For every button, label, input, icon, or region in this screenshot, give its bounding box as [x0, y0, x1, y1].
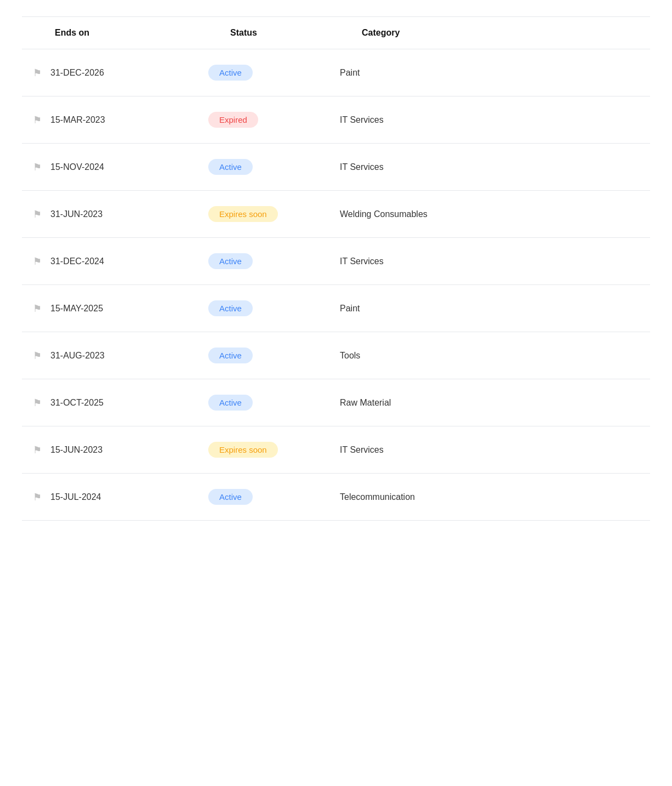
status-cell: Active	[208, 159, 340, 175]
table-row[interactable]: ⚑ 15-NOV-2024 Active IT Services	[22, 144, 650, 191]
date-text: 15-MAR-2023	[50, 115, 105, 125]
flag-icon: ⚑	[33, 67, 42, 79]
flag-icon: ⚑	[33, 444, 42, 456]
ends-on-cell: ⚑ 31-OCT-2025	[33, 397, 208, 409]
status-cell: Active	[208, 395, 340, 411]
status-cell: Active	[208, 65, 340, 81]
status-cell: Active	[208, 300, 340, 316]
table-row[interactable]: ⚑ 31-JUN-2023 Expires soon Welding Consu…	[22, 191, 650, 238]
table-row[interactable]: ⚑ 15-JUL-2024 Active Telecommunication	[22, 474, 650, 521]
table-row[interactable]: ⚑ 31-DEC-2026 Active Paint	[22, 49, 650, 96]
category-text: Raw Material	[340, 398, 639, 408]
header-status: Status	[230, 28, 362, 38]
status-badge: Expires soon	[208, 206, 278, 222]
ends-on-cell: ⚑ 31-AUG-2023	[33, 350, 208, 362]
ends-on-cell: ⚑ 15-JUN-2023	[33, 444, 208, 456]
flag-icon: ⚑	[33, 491, 42, 503]
status-cell: Active	[208, 253, 340, 269]
table-row[interactable]: ⚑ 15-MAY-2025 Active Paint	[22, 285, 650, 332]
category-text: IT Services	[340, 257, 639, 266]
contracts-table: Ends on Status Category ⚑ 31-DEC-2026 Ac…	[0, 16, 672, 521]
table-row[interactable]: ⚑ 31-AUG-2023 Active Tools	[22, 332, 650, 379]
date-text: 15-NOV-2024	[50, 162, 104, 172]
status-cell: Active	[208, 348, 340, 363]
status-cell: Active	[208, 489, 340, 505]
category-text: Telecommunication	[340, 492, 639, 502]
status-badge: Active	[208, 65, 253, 81]
ends-on-cell: ⚑ 15-NOV-2024	[33, 161, 208, 173]
status-cell: Expires soon	[208, 206, 340, 222]
status-badge: Expires soon	[208, 442, 278, 458]
header-category: Category	[362, 28, 639, 38]
date-text: 31-DEC-2024	[50, 257, 104, 266]
category-text: IT Services	[340, 445, 639, 455]
status-badge: Active	[208, 489, 253, 505]
ends-on-cell: ⚑ 15-MAR-2023	[33, 114, 208, 126]
ends-on-cell: ⚑ 31-DEC-2024	[33, 255, 208, 267]
date-text: 31-OCT-2025	[50, 398, 104, 408]
header-ends-on: Ends on	[55, 28, 230, 38]
table-row[interactable]: ⚑ 31-OCT-2025 Active Raw Material	[22, 379, 650, 426]
status-badge: Active	[208, 253, 253, 269]
status-badge: Active	[208, 395, 253, 411]
ends-on-cell: ⚑ 31-JUN-2023	[33, 208, 208, 220]
status-badge: Active	[208, 300, 253, 316]
status-badge: Expired	[208, 112, 258, 128]
date-text: 15-JUN-2023	[50, 445, 102, 455]
category-text: Paint	[340, 304, 639, 314]
category-text: IT Services	[340, 162, 639, 172]
flag-icon: ⚑	[33, 397, 42, 409]
flag-icon: ⚑	[33, 303, 42, 315]
category-text: Paint	[340, 68, 639, 78]
date-text: 31-JUN-2023	[50, 209, 102, 219]
ends-on-cell: ⚑ 15-MAY-2025	[33, 303, 208, 315]
status-cell: Expired	[208, 112, 340, 128]
category-text: IT Services	[340, 115, 639, 125]
table-row[interactable]: ⚑ 15-JUN-2023 Expires soon IT Services	[22, 426, 650, 474]
table-header: Ends on Status Category	[22, 16, 650, 49]
category-text: Welding Consumables	[340, 209, 639, 219]
date-text: 15-JUL-2024	[50, 492, 101, 502]
flag-icon: ⚑	[33, 208, 42, 220]
table-row[interactable]: ⚑ 31-DEC-2024 Active IT Services	[22, 238, 650, 285]
status-badge: Active	[208, 159, 253, 175]
ends-on-cell: ⚑ 15-JUL-2024	[33, 491, 208, 503]
date-text: 31-AUG-2023	[50, 351, 105, 361]
status-cell: Expires soon	[208, 442, 340, 458]
date-text: 31-DEC-2026	[50, 68, 104, 78]
table-row[interactable]: ⚑ 15-MAR-2023 Expired IT Services	[22, 96, 650, 144]
status-badge: Active	[208, 348, 253, 363]
flag-icon: ⚑	[33, 114, 42, 126]
flag-icon: ⚑	[33, 255, 42, 267]
ends-on-cell: ⚑ 31-DEC-2026	[33, 67, 208, 79]
category-text: Tools	[340, 351, 639, 361]
date-text: 15-MAY-2025	[50, 304, 103, 314]
flag-icon: ⚑	[33, 161, 42, 173]
table-body: ⚑ 31-DEC-2026 Active Paint ⚑ 15-MAR-2023…	[22, 49, 650, 521]
flag-icon: ⚑	[33, 350, 42, 362]
